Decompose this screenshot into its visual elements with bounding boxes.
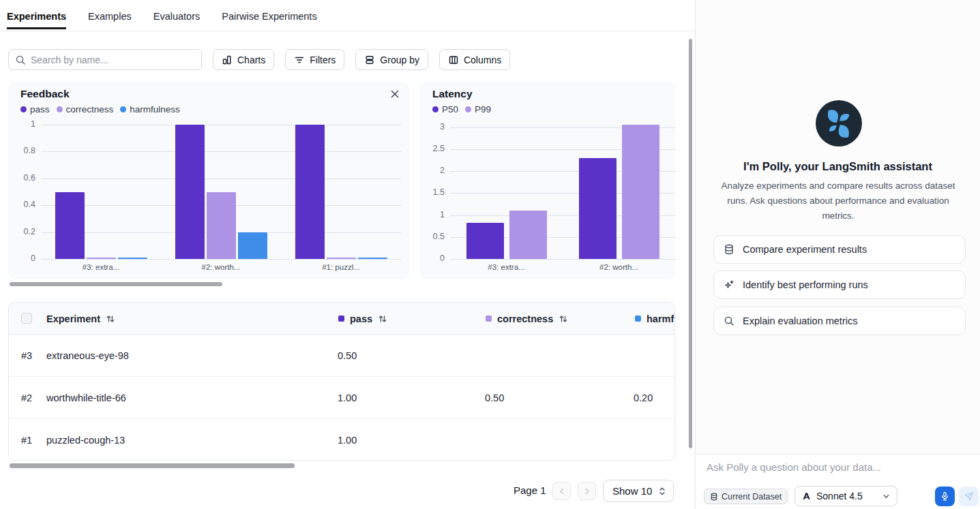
tab-experiments[interactable]: Experiments bbox=[7, 2, 66, 29]
feedback-plot-area: 10.80.60.40.20#3: extra...#2: worth...#1… bbox=[41, 125, 401, 259]
chevron-left-icon bbox=[558, 487, 566, 495]
column-header-pass[interactable]: pass bbox=[338, 303, 387, 335]
correctness-dot bbox=[57, 106, 63, 112]
column-header-experiment[interactable]: Experiment bbox=[46, 303, 115, 335]
send-icon bbox=[964, 491, 974, 502]
x-axis-label: #3: extra... bbox=[60, 263, 142, 271]
gridline bbox=[41, 259, 401, 260]
y-axis-tick: 0.6 bbox=[8, 173, 35, 183]
legend-label: harmfulness bbox=[130, 104, 180, 114]
chart-bar-pass bbox=[55, 192, 85, 260]
latency-plot-area: 32.521.510.50#3: extra...#2: worth... bbox=[450, 123, 675, 259]
harmfulness-dot bbox=[120, 106, 126, 112]
assistant-sidebar: I'm Polly, your LangSmith assistant Anal… bbox=[695, 0, 980, 509]
feedback-chart-title: Feedback bbox=[20, 88, 70, 100]
select-all-checkbox[interactable] bbox=[21, 313, 32, 324]
suggestion-explain-metrics[interactable]: Explain evaluation metrics bbox=[713, 307, 966, 335]
polly-avatar bbox=[816, 100, 862, 146]
search-icon bbox=[724, 315, 734, 326]
y-axis-tick: 1.5 bbox=[417, 187, 445, 197]
filter-icon bbox=[294, 55, 305, 65]
chart-bar-P50 bbox=[466, 223, 504, 260]
table-header: Experiment pass correctness harmfulness bbox=[9, 303, 674, 335]
model-label: Sonnet 4.5 bbox=[816, 491, 863, 502]
chevron-down-icon bbox=[882, 493, 890, 500]
feedback-chart-panel: Feedback pass correctness harmfulness 10… bbox=[8, 82, 409, 279]
search-box[interactable] bbox=[8, 49, 202, 70]
current-dataset-chip[interactable]: Current Dataset bbox=[704, 489, 788, 504]
gridline bbox=[41, 179, 401, 179]
column-label: pass bbox=[350, 313, 372, 324]
table-row[interactable]: #2 worthwhile-title-66 1.00 0.50 0.20 bbox=[9, 377, 674, 419]
suggestion-label: Explain evaluation metrics bbox=[743, 315, 857, 326]
y-axis-tick: 0 bbox=[8, 253, 35, 263]
correctness-value: 0.50 bbox=[485, 392, 504, 403]
table-row[interactable]: #1 puzzled-cough-13 1.00 bbox=[9, 419, 674, 461]
experiments-table: Experiment pass correctness harmfulness … bbox=[8, 302, 675, 461]
chart-bar-correctness bbox=[87, 258, 116, 259]
sort-icon[interactable] bbox=[559, 314, 568, 324]
x-axis-label: #2: worth... bbox=[180, 263, 262, 271]
next-page-button[interactable] bbox=[578, 482, 596, 500]
gridline bbox=[41, 125, 401, 125]
column-label: correctness bbox=[497, 313, 553, 324]
tab-examples[interactable]: Examples bbox=[88, 2, 132, 29]
model-selector[interactable]: Sonnet 4.5 bbox=[795, 486, 897, 506]
legend-item-harmfulness: harmfulness bbox=[120, 104, 180, 114]
tab-pairwise-experiments[interactable]: Pairwise Experiments bbox=[222, 2, 316, 29]
y-axis-tick: 1 bbox=[8, 119, 35, 129]
close-icon[interactable] bbox=[387, 87, 402, 102]
harmfulness-color-square bbox=[635, 315, 641, 322]
tab-evaluators[interactable]: Evaluators bbox=[153, 2, 201, 29]
sort-icon[interactable] bbox=[106, 314, 115, 324]
suggestion-compare-experiments[interactable]: Compare experiment results bbox=[713, 235, 966, 264]
assistant-title: I'm Polly, your LangSmith assistant bbox=[696, 160, 980, 173]
x-axis-label: #2: worth... bbox=[578, 263, 660, 271]
previous-page-button[interactable] bbox=[552, 482, 571, 500]
experiment-number: #1 bbox=[21, 435, 32, 446]
p50-dot bbox=[432, 106, 439, 112]
group-by-button[interactable]: Group by bbox=[355, 49, 428, 70]
chevron-up-down-icon bbox=[658, 487, 666, 496]
vertical-scrollbar[interactable] bbox=[689, 39, 692, 448]
pass-dot bbox=[20, 106, 27, 112]
y-axis-tick: 3 bbox=[417, 122, 445, 132]
suggestion-best-performing-runs[interactable]: Identify best performing runs bbox=[713, 271, 966, 299]
column-header-harmfulness[interactable]: harmfulness bbox=[635, 303, 675, 335]
column-header-correctness[interactable]: correctness bbox=[486, 303, 568, 335]
latency-chart-title: Latency bbox=[432, 88, 473, 100]
chart-bar-harmfulness bbox=[118, 258, 147, 259]
page-size-select[interactable]: Show 10 bbox=[603, 480, 674, 502]
columns-button-label: Columns bbox=[464, 55, 501, 65]
table-horizontal-scrollbar[interactable] bbox=[10, 463, 295, 468]
chart-bar-pass bbox=[175, 125, 205, 259]
database-icon bbox=[710, 493, 718, 501]
group-by-button-label: Group by bbox=[380, 55, 419, 65]
legend-item-p50: P50 bbox=[432, 104, 458, 114]
pass-color-square bbox=[338, 315, 344, 322]
charts-button-label: Charts bbox=[237, 55, 265, 65]
pass-value: 0.50 bbox=[338, 350, 357, 361]
y-axis-tick: 0.5 bbox=[417, 232, 445, 241]
x-axis-label: #1: puzzl... bbox=[300, 263, 382, 271]
assistant-question-input[interactable] bbox=[707, 461, 966, 473]
anthropic-logo-icon bbox=[802, 491, 812, 501]
sort-icon[interactable] bbox=[378, 314, 387, 324]
columns-button[interactable]: Columns bbox=[439, 49, 510, 70]
table-row[interactable]: #3 extraneous-eye-98 0.50 bbox=[9, 335, 674, 377]
page-size-label: Show 10 bbox=[612, 485, 652, 497]
chart-bar-harmfulness bbox=[358, 258, 387, 259]
chart-bar-pass bbox=[295, 125, 325, 259]
y-axis-tick: 1 bbox=[417, 210, 445, 219]
group-by-icon bbox=[364, 55, 375, 65]
microphone-button[interactable] bbox=[935, 487, 955, 506]
latency-chart-panel: Latency P50 P99 32.521.510.50#3: extra..… bbox=[420, 82, 675, 279]
legend-label: P50 bbox=[442, 104, 458, 114]
charts-button[interactable]: Charts bbox=[213, 49, 274, 70]
send-button[interactable] bbox=[959, 487, 979, 506]
search-input[interactable] bbox=[31, 55, 188, 65]
charts-horizontal-scrollbar[interactable] bbox=[10, 282, 222, 286]
column-label: harmfulness bbox=[647, 313, 675, 324]
filters-button[interactable]: Filters bbox=[285, 49, 344, 70]
microphone-icon bbox=[940, 491, 950, 502]
